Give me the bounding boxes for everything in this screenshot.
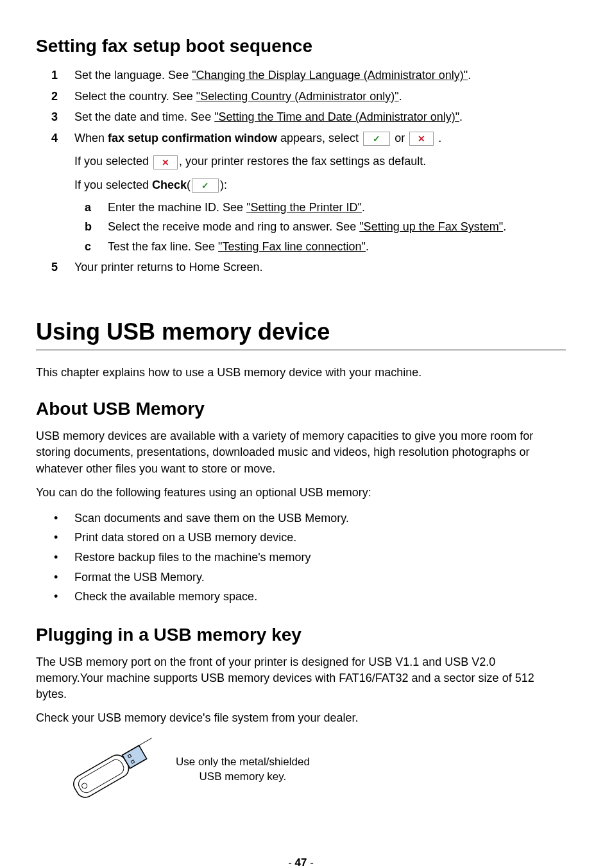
txt: When [74,132,108,144]
fig-label-line2: USB memory key. [176,770,310,785]
step-suffix: . [399,90,402,103]
check-icon: ✓ [363,132,390,146]
txt: Test the fax line. See [108,240,218,253]
step-suffix: . [468,69,471,82]
plug-para1: The USB memory port on the front of your… [36,654,566,703]
sub-marker: c [85,237,108,257]
list-item: •Format the USB Memory. [51,568,566,587]
list-item: •Print data stored on a USB memory devic… [51,528,566,548]
list-text: Check the available memory space. [74,587,257,607]
heading-fax-setup: Setting fax setup boot sequence [36,36,566,56]
step-marker: 2 [51,87,74,107]
bold-check: Check [152,178,187,191]
sub-marker: b [85,217,108,237]
bullet-icon: • [51,548,74,568]
bold-fax-window: fax setup confirmation window [108,132,277,144]
check-icon: ✓ [192,178,219,193]
heading-rule [36,349,566,351]
list-text: Format the USB Memory. [74,568,205,587]
step4-substeps: a Enter the machine ID. See "Setting the… [74,198,566,257]
page-num-value: 47 [295,856,307,868]
usb-feature-list: •Scan documents and save them on the USB… [36,508,566,607]
step-content: When fax setup confirmation window appea… [74,128,566,257]
bullet-icon: • [51,568,74,587]
step-content: Set the date and time. See "Setting the … [74,107,566,127]
txt: . [366,240,369,253]
sub-content: Enter the machine ID. See "Setting the P… [108,198,566,218]
list-text: Scan documents and save them on the USB … [74,508,349,528]
list-item: •Check the available memory space. [51,587,566,607]
usb-figure-label: Use only the metal/shielded USB memory k… [176,755,310,785]
usb-figure: Use only the metal/shielded USB memory k… [36,734,566,805]
step-5: 5 Your printer returns to Home Screen. [51,257,566,277]
step-3: 3 Set the date and time. See "Setting th… [51,107,566,127]
heading-usb-device: Using USB memory device [36,318,566,345]
txt: ): [220,178,227,191]
link-printer-id[interactable]: "Setting the Printer ID" [246,201,362,214]
dash: - [288,856,294,868]
usb-key-icon [51,734,173,805]
about-usb-para2: You can do the following features using … [36,485,566,501]
about-usb-para1: USB memory devices are available with a … [36,428,566,477]
txt: . [435,132,441,144]
sub-content: Test the fax line. See "Testing Fax line… [108,237,566,257]
step-marker: 3 [51,107,74,127]
heading-plugging-usb: Plugging in a USB memory key [36,625,566,645]
step-content: Set the language. See "Changing the Disp… [74,65,566,85]
txt: . [362,201,365,214]
step-content: Select the country. See "Selecting Count… [74,87,566,107]
sub-content: Select the receive mode and ring to answ… [108,217,566,237]
step-content: Your printer returns to Home Screen. [74,257,566,277]
txt: Select the receive mode and ring to answ… [108,220,359,233]
cross-icon: ✕ [409,132,434,146]
substep-b: b Select the receive mode and ring to an… [85,217,566,237]
txt: . [503,220,506,233]
txt: If you selected [74,155,152,168]
substep-a: a Enter the machine ID. See "Setting the… [85,198,566,218]
list-item: •Scan documents and save them on the USB… [51,508,566,528]
txt: ( [187,178,191,191]
step-4: 4 When fax setup confirmation window app… [51,128,566,257]
bullet-icon: • [51,528,74,548]
step-suffix: . [459,110,463,123]
substep-c: c Test the fax line. See "Testing Fax li… [85,237,566,257]
link-country[interactable]: "Selecting Country (Administrator only)" [196,90,399,103]
step-marker: 1 [51,65,74,85]
heading-about-usb: About USB Memory [36,399,566,419]
plug-para2: Check your USB memory device's file syst… [36,710,566,726]
svg-rect-0 [71,752,132,801]
txt: Enter the machine ID. See [108,201,246,214]
step-marker: 5 [51,257,74,277]
step4-line1: When fax setup confirmation window appea… [74,132,441,144]
step4-line2: If you selected ✕, your printer restores… [74,152,566,171]
step4-line3: If you selected Check(✓): [74,175,566,195]
link-display-language[interactable]: "Changing the Display Language (Administ… [192,69,468,82]
step-2: 2 Select the country. See "Selecting Cou… [51,87,566,107]
bullet-icon: • [51,587,74,607]
cross-icon: ✕ [153,155,178,169]
txt: appears, select [277,132,362,144]
usb-intro: This chapter explains how to use a USB m… [36,365,566,381]
list-text: Restore backup files to the machine's me… [74,548,311,568]
step-text: Set the language. See [74,69,192,82]
step-marker: 4 [51,128,74,257]
step-text: Select the country. See [74,90,196,103]
step-text: Set the date and time. See [74,110,214,123]
fax-setup-steps: 1 Set the language. See "Changing the Di… [36,65,566,277]
link-fax-line-test[interactable]: "Testing Fax line connection" [218,240,366,253]
sub-marker: a [85,198,108,218]
bullet-icon: • [51,508,74,528]
link-fax-system[interactable]: "Setting up the Fax System" [359,220,503,233]
txt-or: or [391,132,408,144]
step-1: 1 Set the language. See "Changing the Di… [51,65,566,85]
txt: , your printer restores the fax settings… [179,155,426,168]
txt: If you selected [74,178,152,191]
list-item: •Restore backup files to the machine's m… [51,548,566,568]
dash: - [307,856,313,868]
fig-label-line1: Use only the metal/shielded [176,755,310,770]
page-number: - 47 - [36,856,566,868]
list-text: Print data stored on a USB memory device… [74,528,296,548]
link-time-date[interactable]: "Setting the Time and Date (Administrato… [214,110,459,123]
